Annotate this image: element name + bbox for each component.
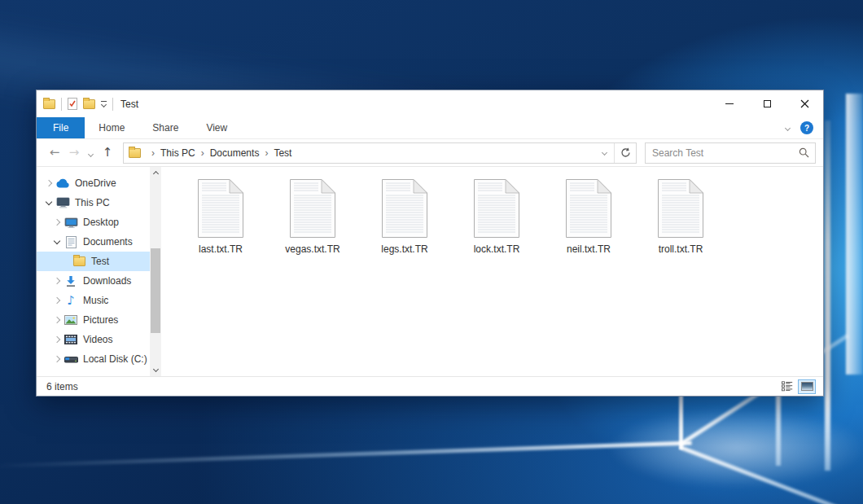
window-controls [711,90,823,117]
sidebar-item-desktop[interactable]: Desktop [37,213,150,232]
chevron-down-icon [152,366,158,372]
computer-icon [55,197,71,208]
expand-ribbon-chevron-icon[interactable] [785,125,791,130]
title-bar: Test [37,90,823,117]
breadcrumb-documents[interactable]: Documents [210,147,260,159]
large-icons-view-button[interactable] [798,379,816,394]
file-item[interactable]: neil.txt.TR [546,179,631,255]
sidebar-scrollbar[interactable] [150,167,161,376]
disk-icon [63,355,79,364]
properties-button[interactable] [68,98,77,110]
refresh-button[interactable] [615,147,636,158]
sidebar-item-videos[interactable]: Videos [37,330,150,349]
help-button[interactable]: ? [800,121,813,134]
sidebar-item-label: Pictures [83,314,118,326]
minimize-icon [725,103,734,104]
file-name: last.txt.TR [199,243,243,255]
file-item[interactable]: legs.txt.TR [362,179,447,255]
sidebar-item-onedrive[interactable]: OneDrive [37,173,150,193]
wallpaper-glow [607,407,863,489]
tab-home[interactable]: Home [85,117,138,138]
sidebar-item-local-disk-c[interactable]: Local Disk (C:) [37,349,150,369]
file-name: vegas.txt.TR [285,243,340,255]
search-input[interactable] [646,147,799,159]
expander-expanded-icon[interactable] [51,236,63,248]
cloud-icon [55,178,71,188]
ribbon-tabs: File Home Share View ? [37,117,823,139]
close-button[interactable] [786,90,823,117]
expander-expanded-icon[interactable] [43,197,55,208]
breadcrumb-test[interactable]: Test [274,147,291,159]
expander-collapsed-icon[interactable] [51,217,63,228]
main-area: OneDrive This PC [37,167,823,376]
file-item[interactable]: troll.txt.TR [638,179,723,255]
tab-share[interactable]: Share [138,117,192,138]
sidebar-item-downloads[interactable]: Downloads [37,271,150,291]
wallpaper-beam [679,394,683,449]
breadcrumb-folder-icon [129,148,141,158]
quick-access-toolbar: Test [37,98,138,111]
forward-button[interactable]: → [64,147,84,159]
expander-collapsed-icon[interactable] [51,295,63,306]
back-button[interactable]: ← [45,147,64,159]
address-dropdown-button[interactable] [594,151,614,155]
navigation-pane: OneDrive This PC [37,167,150,376]
document-icon [63,236,79,248]
check-document-icon [68,98,77,110]
scroll-up-button[interactable] [150,167,161,178]
divider [112,98,113,111]
sidebar-item-label: Local Disk (C:) [83,353,147,365]
window-folder-icon[interactable] [43,99,55,109]
search-box [645,142,816,164]
text-file-icon [566,179,611,238]
maximize-button[interactable] [748,90,786,117]
file-item[interactable]: vegas.txt.TR [270,179,355,255]
status-bar: 6 items [37,376,823,396]
scroll-down-button[interactable] [150,365,161,376]
tab-file[interactable]: File [37,117,85,138]
tab-view[interactable]: View [192,117,241,138]
file-name: lock.txt.TR [474,243,520,255]
expander-collapsed-icon[interactable] [43,177,55,189]
download-icon [63,275,79,287]
sidebar-item-label: Test [91,256,109,267]
file-name: legs.txt.TR [381,243,427,255]
chevron-up-icon [152,171,158,177]
close-icon [800,99,809,108]
file-name: troll.txt.TR [659,243,703,255]
breadcrumb-separator: › [259,147,274,159]
sidebar-item-pictures[interactable]: Pictures [37,310,150,330]
wallpaper-window-pane [846,94,863,375]
details-view-button[interactable] [782,381,793,392]
text-file-icon [198,179,243,238]
sidebar-item-test[interactable]: Test [37,252,150,271]
customize-quick-access-button[interactable] [101,101,107,107]
sidebar-item-documents[interactable]: Documents [37,232,150,252]
new-folder-button[interactable] [83,99,95,109]
file-item[interactable]: lock.txt.TR [454,179,539,255]
breadcrumb-this-pc[interactable]: This PC [160,147,195,159]
minimize-button[interactable] [711,90,748,117]
expander-spacer [59,256,71,267]
file-item[interactable]: last.txt.TR [178,179,263,255]
sidebar-item-this-pc[interactable]: This PC [37,193,150,213]
sidebar-item-label: Desktop [83,217,119,228]
expander-collapsed-icon[interactable] [51,275,63,287]
sidebar-item-label: OneDrive [75,177,116,189]
sidebar-item-label: Documents [83,236,133,248]
scrollbar-thumb[interactable] [151,248,160,333]
sidebar-item-music[interactable]: ♪ Music [37,291,150,310]
file-name: neil.txt.TR [567,243,611,255]
search-icon[interactable] [799,147,815,158]
picture-icon [63,315,79,325]
chevron-down-icon [601,150,607,156]
up-button[interactable]: ↑ [97,147,118,159]
desktop-icon [63,217,79,228]
expander-collapsed-icon[interactable] [51,334,63,345]
view-toggles [782,379,816,394]
recent-locations-button[interactable] [84,147,97,159]
expander-collapsed-icon[interactable] [51,353,63,365]
window-title: Test [120,99,138,110]
address-bar[interactable]: › This PC › Documents › Test [123,142,637,164]
expander-collapsed-icon[interactable] [51,314,63,326]
